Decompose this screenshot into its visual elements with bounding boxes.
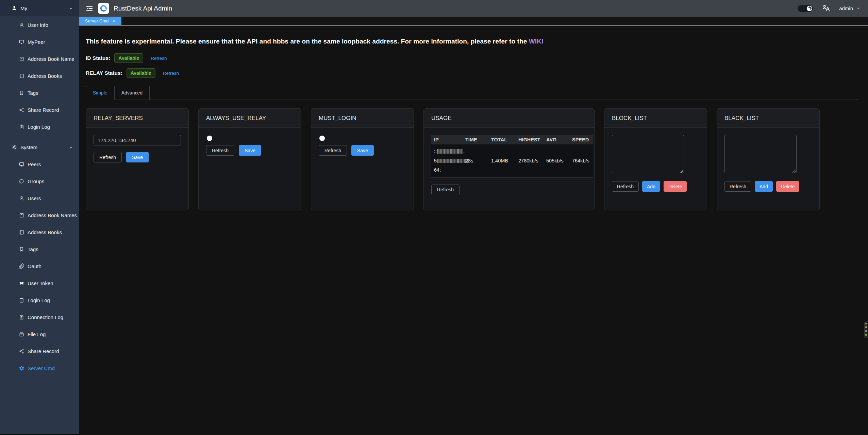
relay-servers-refresh-button[interactable]: Refresh xyxy=(94,152,122,162)
sidebar-item-label: Connection Log xyxy=(28,314,63,320)
usage-table-header: IP TIME TOTAL HIGHEST AVG SPEED xyxy=(431,135,593,144)
sidebar-item-user-token[interactable]: User Token xyxy=(0,275,79,292)
tab-advanced[interactable]: Advanced xyxy=(115,86,150,100)
block-list-refresh-button[interactable]: Refresh xyxy=(612,181,639,192)
must-login-refresh-button[interactable]: Refresh xyxy=(319,145,347,156)
usage-table-row: ::. 5 64: 23s 1.40MB 2780kb/s 505kb/s 76… xyxy=(431,144,593,177)
sidebar-item-address-books[interactable]: Address Books xyxy=(0,67,79,84)
col-highest: HIGHEST xyxy=(516,135,544,144)
black-list-add-button[interactable]: Add xyxy=(755,181,773,192)
notebook-icon xyxy=(19,73,24,79)
sidebar-item-label: Peers xyxy=(28,161,41,167)
col-speed: SPEED xyxy=(569,135,593,144)
redacted-block xyxy=(437,149,463,154)
sidebar-item-server-cmd[interactable]: Server Cmd xyxy=(0,360,79,377)
sidebar-item-label: Address Books xyxy=(28,229,62,235)
usage-time-cell: 23s xyxy=(463,144,488,177)
ticket-icon xyxy=(19,280,24,286)
sidebar-item-label: Groups xyxy=(28,178,44,184)
app-title: RustDesk Api Admin xyxy=(114,5,172,12)
sidebar-item-file-log[interactable]: File Log xyxy=(0,326,79,343)
card-usage: USAGE IP TIME TOTAL HIGHEST AVG SPEED xyxy=(423,108,595,210)
relay-status-refresh-link[interactable]: Refresh xyxy=(163,71,179,76)
sidebar-item-share-record[interactable]: Share Record xyxy=(0,101,79,118)
share-icon xyxy=(19,348,24,354)
page-tab-server-cmd[interactable]: Server Cmd ✕ xyxy=(79,17,121,25)
usage-refresh-button[interactable]: Refresh xyxy=(431,185,460,195)
edge-scroll-marker[interactable] xyxy=(864,321,868,338)
sidebar-item-tags[interactable]: Tags xyxy=(0,241,79,258)
user-icon xyxy=(19,22,24,28)
notebook-icon xyxy=(19,229,24,235)
card-relay-servers: RELAY_SERVERS Refresh Save xyxy=(86,108,189,210)
col-total: TOTAL xyxy=(488,135,516,144)
sidebar-item-users[interactable]: Users xyxy=(0,190,79,207)
sidebar-item-share-record[interactable]: Share Record xyxy=(0,343,79,360)
card-block-list-title: BLOCK_LIST xyxy=(604,109,707,128)
theme-toggle[interactable] xyxy=(798,5,813,12)
translate-icon[interactable] xyxy=(822,4,830,13)
sidebar-section-label: My xyxy=(20,5,27,11)
chat-icon xyxy=(19,178,24,184)
fold-menu-icon[interactable] xyxy=(86,5,93,12)
sidebar-item-oauth[interactable]: Oauth xyxy=(0,258,79,275)
usage-speed-cell: 764kb/s xyxy=(569,144,593,177)
sidebar-item-peers[interactable]: Peers xyxy=(0,156,79,173)
sidebar-item-tags[interactable]: Tags xyxy=(0,84,79,101)
document-icon xyxy=(19,314,24,320)
usage-total-cell: 1.40MB xyxy=(488,144,516,177)
sidebar-item-label: Share Record xyxy=(28,348,59,354)
gear-filled-icon xyxy=(19,365,24,371)
wiki-link[interactable]: WIKI xyxy=(529,38,544,45)
id-status-label: ID Status: xyxy=(86,55,110,61)
black-list-refresh-button[interactable]: Refresh xyxy=(724,181,751,192)
sidebar-item-label: Server Cmd xyxy=(28,365,55,371)
user-filled-icon xyxy=(11,5,17,11)
page-tab-label: Server Cmd xyxy=(85,18,108,23)
sidebar-item-label: Users xyxy=(28,195,41,201)
sidebar-item-connection-log[interactable]: Connection Log xyxy=(0,309,79,326)
sidebar-item-login-log[interactable]: Login Log xyxy=(0,118,79,135)
experimental-notice: This feature is experimental. Please ens… xyxy=(86,38,868,45)
box-icon xyxy=(19,331,24,337)
sidebar-section-system[interactable]: System xyxy=(0,139,79,156)
relay-servers-input[interactable] xyxy=(94,135,181,145)
top-bar: RustDesk Api Admin admin xyxy=(79,0,868,17)
sidebar-item-login-log[interactable]: Login Log xyxy=(0,292,79,309)
monitor-icon xyxy=(19,39,24,45)
sidebar-section-label: System xyxy=(20,144,37,150)
top-bar-right: admin xyxy=(798,4,861,13)
must-login-save-button[interactable]: Save xyxy=(351,145,374,156)
sidebar-section-my[interactable]: My xyxy=(0,0,79,16)
card-always-use-relay: ALWAYS_USE_RELAY Refresh Save xyxy=(198,108,301,210)
main-content: This feature is experimental. Please ens… xyxy=(79,25,868,435)
sidebar-item-address-book-name[interactable]: Address Book Name xyxy=(0,50,79,67)
relay-servers-save-button[interactable]: Save xyxy=(126,152,149,162)
block-list-delete-button[interactable]: Delete xyxy=(664,181,687,192)
black-list-textarea[interactable] xyxy=(724,135,797,173)
sidebar-item-user-info[interactable]: User Info xyxy=(0,16,79,33)
tab-simple[interactable]: Simple xyxy=(86,86,115,100)
block-list-textarea[interactable] xyxy=(612,135,684,173)
card-black-list: BLACK_LIST Refresh Add Delete xyxy=(717,108,820,210)
sidebar-item-label: Tags xyxy=(28,90,38,96)
sidebar-item-label: Login Log xyxy=(28,297,50,303)
block-list-add-button[interactable]: Add xyxy=(642,181,660,192)
user-menu[interactable]: admin xyxy=(839,5,861,11)
id-status-refresh-link[interactable]: Refresh xyxy=(151,56,167,61)
sidebar-item-label: MyPeer xyxy=(28,39,45,45)
sidebar-item-address-book-names[interactable]: Address Book Names xyxy=(0,207,79,224)
sidebar-item-mypeer[interactable]: MyPeer xyxy=(0,33,79,50)
relay-status-row: RELAY Status: Available Refresh xyxy=(86,68,868,78)
moon-icon xyxy=(807,6,812,11)
close-tab-icon[interactable]: ✕ xyxy=(112,19,115,23)
sidebar-item-label: Address Book Name xyxy=(28,56,74,62)
toggle-knob xyxy=(319,136,325,141)
always-use-relay-refresh-button[interactable]: Refresh xyxy=(206,145,234,156)
sidebar: MyUser InfoMyPeerAddress Book NameAddres… xyxy=(0,0,79,434)
sidebar-item-label: Address Books xyxy=(28,73,62,79)
sidebar-item-groups[interactable]: Groups xyxy=(0,173,79,190)
always-use-relay-save-button[interactable]: Save xyxy=(239,145,261,156)
black-list-delete-button[interactable]: Delete xyxy=(776,181,799,192)
sidebar-item-address-books[interactable]: Address Books xyxy=(0,224,79,241)
